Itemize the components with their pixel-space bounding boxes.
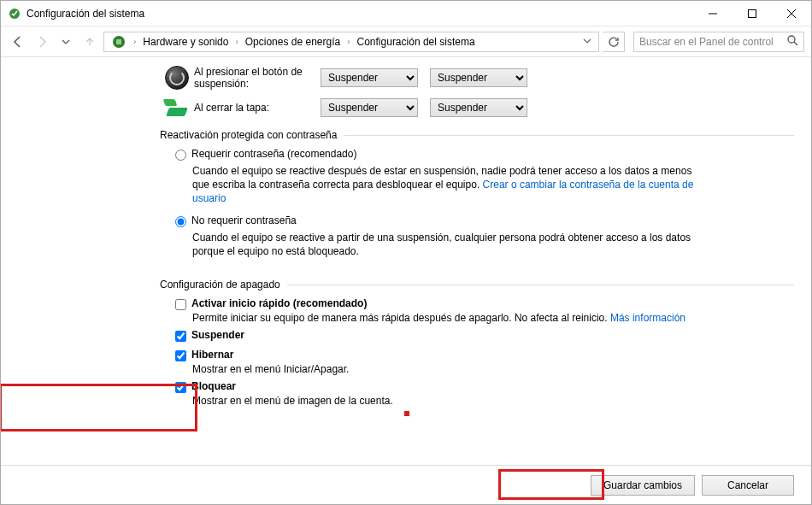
svg-rect-1 xyxy=(749,9,756,17)
password-protection-section: Reactivación protegida con contraseña Re… xyxy=(160,129,794,267)
chevron-right-icon: › xyxy=(132,37,138,46)
suspend-checkbox[interactable]: Suspender xyxy=(160,329,794,342)
close-lid-action-row: Al cerrar la tapa: Suspender Suspender xyxy=(160,98,794,117)
no-require-password-radio[interactable]: No requerir contraseña xyxy=(160,214,794,227)
suspend-input[interactable] xyxy=(175,331,186,342)
hibernate-checkbox[interactable]: Hibernar xyxy=(160,349,794,361)
hibernate-input[interactable] xyxy=(175,350,186,361)
svg-rect-3 xyxy=(116,39,121,44)
search-icon xyxy=(786,34,798,49)
hibernate-desc: Mostrar en el menú Iniciar/Apagar. xyxy=(160,363,794,380)
back-button[interactable] xyxy=(8,32,28,52)
fast-startup-input[interactable] xyxy=(175,299,186,310)
refresh-button[interactable] xyxy=(603,32,625,52)
require-password-input[interactable] xyxy=(175,150,186,161)
section-title: Reactivación protegida con contraseña xyxy=(160,129,344,141)
breadcrumb[interactable]: › Hardware y sonido › Opciones de energí… xyxy=(103,32,599,52)
require-password-radio[interactable]: Requerir contraseña (recomendado) xyxy=(160,148,794,161)
history-dropdown[interactable] xyxy=(56,32,76,52)
nav-bar: › Hardware y sonido › Opciones de energí… xyxy=(1,26,811,57)
window-title: Configuración del sistema xyxy=(26,8,693,20)
fast-startup-checkbox[interactable]: Activar inicio rápido (recomendado) xyxy=(160,297,794,310)
app-icon xyxy=(8,7,21,21)
no-require-password-input[interactable] xyxy=(175,216,186,227)
lid-icon xyxy=(164,99,190,116)
maximize-button[interactable] xyxy=(733,1,772,26)
require-password-desc: Cuando el equipo se reactive después de … xyxy=(160,162,707,214)
lock-desc: Mostrar en el menú de imagen de la cuent… xyxy=(160,395,794,412)
chevron-right-icon: › xyxy=(345,37,351,46)
footer: Guardar cambios Cancelar xyxy=(1,465,811,504)
shutdown-settings-section: Configuración de apagado Activar inicio … xyxy=(160,279,794,412)
require-password-label: Requerir contraseña (recomendado) xyxy=(191,148,356,160)
search-input[interactable]: Buscar en el Panel de control xyxy=(633,32,804,52)
minimize-button[interactable] xyxy=(693,1,733,26)
more-info-link[interactable]: Más información xyxy=(610,312,685,324)
save-button[interactable]: Guardar cambios xyxy=(591,475,695,496)
cancel-button[interactable]: Cancelar xyxy=(702,475,794,496)
suspend-label: Suspender xyxy=(191,329,244,341)
power-button-plugged-select[interactable]: Suspender xyxy=(430,68,527,87)
lock-input[interactable] xyxy=(175,382,186,393)
fast-startup-label: Activar inicio rápido (recomendado) xyxy=(191,297,367,309)
power-button-label: Al presionar el botón de suspensión: xyxy=(194,66,321,90)
breadcrumb-item[interactable]: Hardware y sonido xyxy=(139,36,232,48)
close-button[interactable] xyxy=(772,1,811,26)
no-require-password-desc: Cuando el equipo se reactive a partir de… xyxy=(160,229,707,267)
section-title: Configuración de apagado xyxy=(160,279,287,291)
close-lid-plugged-select[interactable]: Suspender xyxy=(430,98,527,117)
content-area: Al presionar el botón de suspensión: Sus… xyxy=(1,57,811,465)
power-options-icon xyxy=(111,34,127,50)
close-lid-label: Al cerrar la tapa: xyxy=(194,102,321,114)
no-require-password-label: No requerir contraseña xyxy=(191,214,297,226)
lock-checkbox[interactable]: Bloquear xyxy=(160,380,794,393)
lock-label: Bloquear xyxy=(191,380,236,392)
fast-startup-desc: Permite iniciar su equipo de manera más … xyxy=(160,312,794,329)
annotation-dot xyxy=(404,411,409,416)
close-lid-battery-select[interactable]: Suspender xyxy=(321,98,418,117)
title-bar: Configuración del sistema xyxy=(1,1,811,26)
power-button-action-row: Al presionar el botón de suspensión: Sus… xyxy=(160,66,794,90)
power-button-battery-select[interactable]: Suspender xyxy=(321,68,418,87)
breadcrumb-dropdown[interactable] xyxy=(580,36,595,48)
chevron-right-icon: › xyxy=(233,37,239,46)
power-button-icon xyxy=(165,66,189,90)
hibernate-label: Hibernar xyxy=(191,349,233,361)
annotation-highlight-save xyxy=(498,469,604,500)
search-placeholder: Buscar en el Panel de control xyxy=(639,36,786,48)
breadcrumb-item[interactable]: Configuración del sistema xyxy=(354,36,479,48)
breadcrumb-item[interactable]: Opciones de energía xyxy=(242,36,344,48)
forward-button[interactable] xyxy=(32,32,52,52)
up-button[interactable] xyxy=(79,32,100,52)
svg-point-4 xyxy=(788,36,795,43)
